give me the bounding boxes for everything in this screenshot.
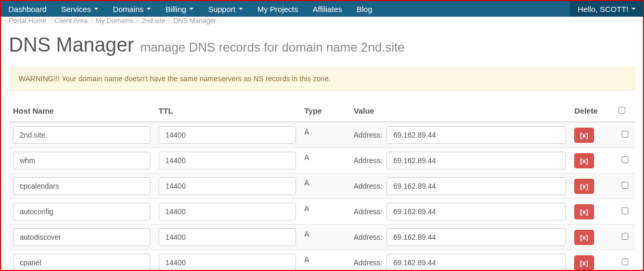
- nav-right: Hello, SCOTT!: [570, 1, 643, 17]
- chevron-down-icon: [632, 8, 636, 10]
- breadcrumb-item[interactable]: Portal Home: [9, 17, 46, 24]
- dns-records-table: Host Name TTL Type Value Delete AAddress…: [9, 101, 635, 271]
- breadcrumb-item[interactable]: Client Area: [55, 17, 88, 24]
- delete-button[interactable]: [x]: [574, 255, 594, 270]
- address-input[interactable]: [387, 254, 566, 271]
- select-all-checkbox[interactable]: [619, 107, 625, 114]
- table-row: AAddress:[x]: [9, 122, 635, 148]
- row-checkbox[interactable]: [622, 258, 628, 265]
- hostname-input[interactable]: [13, 254, 150, 271]
- delete-button[interactable]: [x]: [574, 179, 594, 194]
- table-row: AAddress:[x]: [9, 250, 635, 272]
- nav-item-blog[interactable]: Blog: [349, 1, 379, 17]
- header-delete: Delete: [570, 101, 614, 122]
- address-label: Address:: [354, 156, 382, 165]
- delete-button[interactable]: [x]: [574, 128, 594, 143]
- hostname-input[interactable]: [13, 177, 150, 195]
- address-input[interactable]: [387, 203, 566, 220]
- ttl-input[interactable]: [159, 203, 296, 220]
- nav-item-label: Blog: [356, 5, 372, 14]
- chevron-down-icon: [147, 8, 151, 10]
- type-cell: A: [300, 122, 350, 148]
- nav-item-label: Support: [208, 5, 236, 14]
- hostname-input[interactable]: [13, 203, 150, 220]
- header-checkbox: [614, 101, 635, 122]
- ttl-input[interactable]: [159, 126, 296, 144]
- hostname-input[interactable]: [13, 152, 150, 169]
- type-cell: A: [300, 199, 350, 225]
- delete-button[interactable]: [x]: [574, 153, 594, 168]
- delete-button[interactable]: [x]: [574, 204, 594, 219]
- header-value: Value: [350, 101, 570, 122]
- ttl-input[interactable]: [159, 177, 296, 195]
- nav-item-label: Billing: [165, 5, 186, 14]
- nav-item-support[interactable]: Support: [201, 1, 250, 17]
- nav-user-menu[interactable]: Hello, SCOTT!: [570, 1, 643, 17]
- table-row: AAddress:[x]: [9, 174, 635, 199]
- nav-item-label: Services: [61, 5, 91, 14]
- nav-left: DashboardServicesDomainsBillingSupportMy…: [1, 1, 380, 17]
- breadcrumb-item[interactable]: 2nd.site: [141, 17, 165, 24]
- breadcrumb-separator: /: [49, 17, 51, 24]
- hostname-input[interactable]: [13, 228, 150, 246]
- address-label: Address:: [354, 207, 382, 216]
- address-label: Address:: [354, 258, 382, 267]
- warning-alert: WARNING!!! Your domain name doesn't have…: [9, 67, 635, 91]
- header-hostname: Host Name: [9, 101, 154, 122]
- nav-item-dashboard[interactable]: Dashboard: [1, 1, 54, 17]
- breadcrumb-separator: /: [136, 17, 138, 24]
- breadcrumb-separator: /: [91, 17, 93, 24]
- nav-item-services[interactable]: Services: [54, 1, 106, 17]
- table-row: AAddress:[x]: [9, 199, 635, 225]
- table-row: AAddress:[x]: [9, 225, 635, 250]
- nav-item-my-projects[interactable]: My Projects: [250, 1, 305, 17]
- delete-button[interactable]: [x]: [574, 230, 594, 245]
- breadcrumb: Portal Home/Client Area/My Domains/2nd.s…: [1, 15, 643, 29]
- ttl-input[interactable]: [159, 152, 296, 169]
- address-label: Address:: [354, 182, 382, 190]
- header-type: Type: [300, 101, 350, 122]
- type-cell: A: [300, 148, 350, 174]
- hostname-input[interactable]: [13, 126, 150, 144]
- table-row: AAddress:[x]: [9, 148, 635, 174]
- chevron-down-icon: [189, 8, 194, 10]
- type-cell: A: [300, 174, 350, 199]
- nav-item-label: Dashboard: [8, 5, 46, 14]
- address-label: Address:: [354, 131, 382, 139]
- page-header: DNS Manager manage DNS records for domai…: [9, 34, 635, 56]
- breadcrumb-item: DNS Manager: [173, 17, 216, 24]
- address-label: Address:: [354, 233, 382, 241]
- page-title: DNS Manager: [9, 34, 134, 56]
- address-input[interactable]: [387, 228, 566, 246]
- nav-user-label: Hello, SCOTT!: [577, 5, 628, 14]
- row-checkbox[interactable]: [622, 156, 628, 163]
- address-input[interactable]: [387, 126, 566, 144]
- row-checkbox[interactable]: [622, 233, 628, 240]
- address-input[interactable]: [387, 177, 566, 195]
- ttl-input[interactable]: [159, 228, 296, 246]
- dns-table-body: AAddress:[x]AAddress:[x]AAddress:[x]AAdd…: [9, 122, 635, 271]
- chevron-down-icon: [94, 8, 98, 10]
- nav-item-domains[interactable]: Domains: [106, 1, 158, 17]
- nav-item-billing[interactable]: Billing: [158, 1, 201, 17]
- row-checkbox[interactable]: [622, 182, 628, 189]
- breadcrumb-separator: /: [169, 17, 171, 24]
- ttl-input[interactable]: [159, 254, 296, 271]
- page-subtitle: manage DNS records for domain name 2nd.s…: [140, 40, 405, 54]
- type-cell: A: [300, 250, 350, 272]
- address-input[interactable]: [387, 152, 566, 169]
- nav-item-label: My Projects: [257, 5, 298, 14]
- nav-item-label: Affiliates: [313, 5, 342, 14]
- warning-text: WARNING!!! Your domain name doesn't have…: [19, 75, 331, 83]
- row-checkbox[interactable]: [622, 207, 628, 214]
- header-ttl: TTL: [154, 101, 300, 122]
- row-checkbox[interactable]: [622, 131, 628, 138]
- type-cell: A: [300, 225, 350, 250]
- breadcrumb-item[interactable]: My Domains: [96, 17, 133, 24]
- nav-item-affiliates[interactable]: Affiliates: [305, 1, 349, 17]
- nav-item-label: Domains: [113, 5, 144, 14]
- chevron-down-icon: [239, 8, 243, 10]
